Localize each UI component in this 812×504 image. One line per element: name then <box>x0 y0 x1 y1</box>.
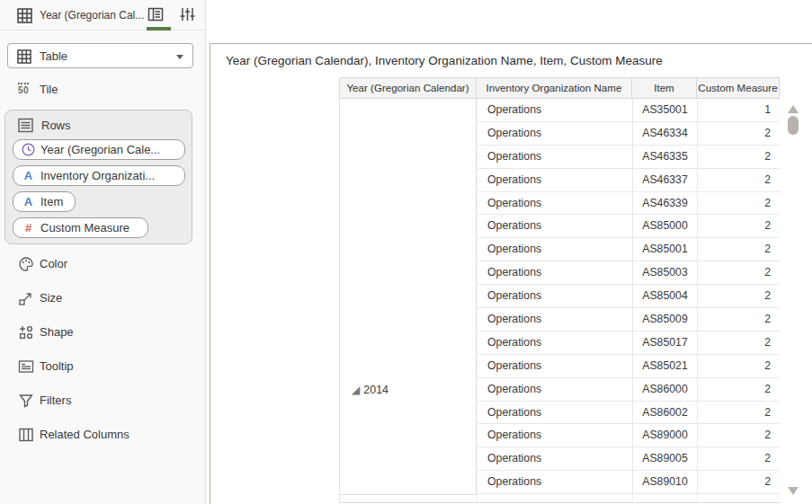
table-row[interactable]: OperationsAS850042 <box>477 285 780 308</box>
scroll-up-icon[interactable] <box>788 105 799 113</box>
cell-item[interactable]: AS89005 <box>633 447 698 470</box>
sidebar-item-size[interactable]: Size <box>0 289 206 309</box>
grammar-panel-icon[interactable] <box>147 6 171 24</box>
filter-funnel-icon <box>18 393 34 409</box>
table-row[interactable]: OperationsAS850002 <box>477 215 780 238</box>
column-header-org[interactable]: Inventory Organization Name <box>477 78 632 98</box>
cell-org[interactable]: Operations <box>477 238 633 261</box>
cell-value[interactable]: 2 <box>698 424 780 447</box>
cell-org[interactable]: Operations <box>477 402 633 424</box>
cell-value[interactable]: 2 <box>698 169 780 191</box>
tile-section[interactable]: 50 Tile <box>0 81 206 99</box>
table-row[interactable]: OperationsAS463352 <box>477 146 780 169</box>
table-row[interactable]: OperationsAS463392 <box>477 192 780 216</box>
year-group-cell[interactable]: ◢2014 <box>339 99 477 495</box>
sidebar-item-shape[interactable]: Shape <box>0 323 206 343</box>
scroll-down-icon[interactable] <box>788 487 799 495</box>
cell-value[interactable]: 2 <box>698 146 780 168</box>
cell-value[interactable]: 2 <box>698 378 780 401</box>
chevron-down-icon <box>176 55 183 59</box>
sidebar-item-filters[interactable]: Filters <box>0 392 206 411</box>
table-row[interactable]: OperationsAS463342 <box>477 122 780 146</box>
pill-year[interactable]: Year (Gregorian Cale... <box>13 139 185 160</box>
cell-item[interactable]: AS85001 <box>633 238 698 261</box>
table-row[interactable]: OperationsAS860002 <box>477 378 780 402</box>
cell-org[interactable]: Operations <box>477 285 633 307</box>
cell-item[interactable]: AS85000 <box>633 215 698 237</box>
cell-value[interactable]: 1 <box>698 99 780 121</box>
cell-org[interactable]: Operations <box>477 192 633 215</box>
cell-value[interactable]: 2 <box>698 355 780 377</box>
table-row[interactable]: OperationsAS850012 <box>477 238 780 261</box>
viz-type-dropdown[interactable]: Table <box>7 43 193 68</box>
cell-value[interactable]: 2 <box>698 238 780 261</box>
cell-org[interactable]: Operations <box>477 169 633 191</box>
cell-org[interactable]: Operations <box>477 447 633 470</box>
partial-row <box>339 495 780 503</box>
column-header-year[interactable]: Year (Gregorian Calendar) <box>339 78 477 98</box>
cell-value[interactable]: 2 <box>698 261 780 284</box>
table-row[interactable]: OperationsAS860022 <box>477 402 780 425</box>
cell-org[interactable]: Operations <box>477 332 633 354</box>
table-row[interactable]: OperationsAS463372 <box>477 169 780 192</box>
active-tab-underline <box>147 27 171 31</box>
cell-item[interactable]: AS46334 <box>633 122 698 145</box>
cell-org[interactable]: Operations <box>477 378 633 401</box>
cell-org[interactable]: Operations <box>477 215 633 237</box>
cell-org[interactable]: Operations <box>477 261 633 284</box>
cell-item[interactable]: AS85017 <box>633 332 698 354</box>
cell-value[interactable]: 2 <box>698 471 780 493</box>
table-row[interactable]: OperationsAS850172 <box>477 332 780 355</box>
cell-item[interactable]: AS85009 <box>633 308 698 331</box>
table-row[interactable]: OperationsAS890052 <box>477 447 780 471</box>
cell-item[interactable]: AS89010 <box>633 471 698 493</box>
table-row[interactable]: OperationsAS850032 <box>477 261 780 285</box>
table-row[interactable]: OperationsAS890002 <box>477 424 780 447</box>
cell-org[interactable]: Operations <box>477 355 633 377</box>
pill-custom-measure[interactable]: # Custom Measure <box>13 217 148 238</box>
cell-value[interactable]: 2 <box>698 402 780 424</box>
rows-drop-target[interactable]: Rows Year (Gregorian Cale... A Inventory… <box>4 110 192 244</box>
cell-org[interactable]: Operations <box>477 308 633 331</box>
sidebar-item-tooltip[interactable]: Tooltip <box>0 358 206 377</box>
sidebar-item-related-columns[interactable]: Related Columns <box>0 426 206 446</box>
vertical-scrollbar[interactable] <box>785 100 801 504</box>
cell-org[interactable]: Operations <box>477 99 633 121</box>
cell-org[interactable]: Operations <box>477 424 633 447</box>
scrollbar-thumb[interactable] <box>788 116 799 135</box>
table-row[interactable]: OperationsAS890102 <box>477 471 780 494</box>
table-header-row: Year (Gregorian Calendar) Inventory Orga… <box>339 77 780 99</box>
column-header-item[interactable]: Item <box>632 78 697 98</box>
cell-org[interactable]: Operations <box>477 471 633 493</box>
viz-title: Year (Gregorian Calendar), Inventory Org… <box>226 54 663 67</box>
cell-value[interactable]: 2 <box>698 308 780 331</box>
cell-value[interactable]: 2 <box>698 192 780 215</box>
cell-item[interactable]: AS86002 <box>633 402 698 424</box>
cell-item[interactable]: AS46339 <box>633 192 698 215</box>
cell-item[interactable]: AS85003 <box>633 261 698 284</box>
viz-canvas: Year (Gregorian Calendar), Inventory Org… <box>207 0 812 504</box>
sidebar-item-color[interactable]: Color <box>0 255 206 275</box>
cell-value[interactable]: 2 <box>698 285 780 307</box>
table-row[interactable]: OperationsAS850212 <box>477 355 780 378</box>
cell-org[interactable]: Operations <box>477 146 633 168</box>
cell-item[interactable]: AS46335 <box>633 146 698 168</box>
cell-item[interactable]: AS85004 <box>633 285 698 307</box>
cell-value[interactable]: 2 <box>698 447 780 470</box>
cell-value[interactable]: 2 <box>698 215 780 237</box>
cell-item[interactable]: AS85021 <box>633 355 698 377</box>
cell-value[interactable]: 2 <box>698 332 780 354</box>
cell-item[interactable]: AS46337 <box>633 169 698 191</box>
cell-item[interactable]: AS86000 <box>633 378 698 401</box>
pill-item[interactable]: A Item <box>13 191 76 212</box>
table-row[interactable]: OperationsAS350011 <box>477 99 780 122</box>
collapse-triangle-icon[interactable]: ◢ <box>352 384 360 396</box>
cell-org[interactable]: Operations <box>477 122 633 145</box>
table-row[interactable]: OperationsAS850092 <box>477 308 780 332</box>
pill-inventory-org[interactable]: A Inventory Organizati... <box>13 165 185 186</box>
cell-value[interactable]: 2 <box>698 122 780 145</box>
column-header-measure[interactable]: Custom Measure <box>697 78 780 98</box>
settings-sliders-icon[interactable] <box>180 6 200 24</box>
cell-item[interactable]: AS35001 <box>633 99 698 121</box>
cell-item[interactable]: AS89000 <box>633 424 698 447</box>
